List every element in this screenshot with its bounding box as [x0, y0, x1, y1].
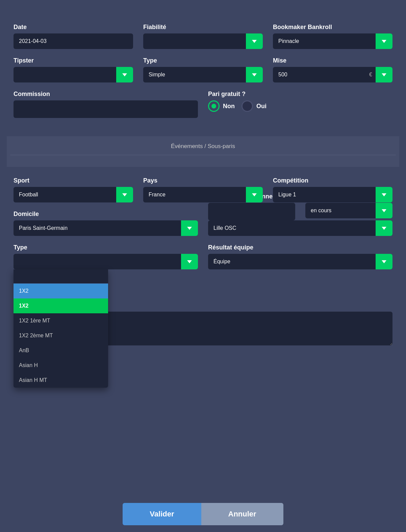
event-type-select-wrapper — [14, 254, 198, 269]
sport-dropdown-btn[interactable] — [116, 187, 133, 202]
events-section-header: Événements / Sous-paris — [7, 136, 399, 167]
tipster-dropdown-btn[interactable] — [116, 67, 133, 82]
dropdown-item-asian-h-mt[interactable]: Asian H MT — [14, 373, 108, 388]
mise-label: Mise — [273, 57, 392, 64]
type-dropdown-btn[interactable] — [246, 67, 263, 82]
resultat-label: Résultat équipe — [208, 244, 392, 251]
valider-button[interactable]: Valider — [123, 503, 201, 525]
radio-oui-circle[interactable] — [242, 100, 253, 112]
tipster-input[interactable] — [14, 67, 133, 82]
commission-label: Commission — [14, 91, 198, 98]
dropdown-item-1x2-1ere-mt[interactable]: 1X2 1ère MT — [14, 313, 108, 328]
event-type-dropdown-btn[interactable] — [181, 254, 198, 269]
radio-non-option[interactable]: Non — [208, 100, 235, 112]
pays-dropdown-btn[interactable] — [246, 187, 263, 202]
dropdown-search-input[interactable] — [14, 269, 108, 284]
type-select-wrapper — [143, 67, 263, 82]
chevron-down-icon — [382, 40, 386, 43]
radio-group: Non Oui — [208, 100, 392, 112]
bookmaker-field-group: Bookmaker Bankroll — [273, 24, 392, 49]
chevron-down-icon — [122, 73, 127, 76]
mise-field-group: Mise € — [273, 57, 392, 82]
resultat-select-wrapper — [208, 254, 392, 269]
chevron-down-icon — [382, 260, 386, 263]
competition-select-wrapper — [273, 187, 392, 202]
pays-input[interactable] — [143, 187, 263, 202]
bottom-buttons-bar: Valider Annuler — [0, 496, 406, 532]
dropdown-item-1x2-2eme-mt[interactable]: 1X2 2ème MT — [14, 328, 108, 343]
pays-field-group: Pays — [143, 177, 263, 202]
resultat-field-group: Résultat équipe — [208, 244, 392, 269]
domicile-label: Domicile — [14, 211, 198, 218]
chevron-down-icon — [382, 73, 386, 76]
resultat-dropdown-btn[interactable] — [376, 254, 392, 269]
pari-gratuit-field-group: Pari gratuit ? Non Oui — [208, 91, 392, 118]
chevron-down-icon — [187, 260, 192, 263]
domicile-input[interactable] — [14, 220, 198, 236]
fiabilite-dropdown-btn[interactable] — [246, 33, 263, 49]
fiabilite-label: Fiabilité — [143, 24, 263, 31]
bookmaker-label: Bookmaker Bankroll — [273, 24, 392, 31]
radio-non-circle[interactable] — [208, 100, 220, 112]
competition-dropdown-btn[interactable] — [376, 187, 392, 202]
divider-line — [10, 155, 396, 155]
type-field-group: Type — [143, 57, 263, 82]
pari-gratuit-label: Pari gratuit ? — [208, 91, 392, 98]
commission-input[interactable] — [14, 100, 198, 118]
chevron-down-icon — [252, 73, 257, 76]
closing-input[interactable] — [208, 203, 295, 220]
annuler-button[interactable]: Annuler — [201, 503, 283, 525]
competition-field-group: Compétition — [273, 177, 392, 202]
etat-dropdown-btn[interactable] — [376, 203, 392, 218]
type-label: Type — [143, 57, 263, 64]
fiabilite-select-wrapper — [143, 33, 263, 49]
mise-dropdown-btn[interactable] — [376, 67, 392, 82]
sport-input[interactable] — [14, 187, 133, 202]
exterieur-select-wrapper — [208, 220, 392, 236]
dropdown-item-1x2-highlighted[interactable]: 1X2 — [14, 284, 108, 298]
event-type-label: Type — [14, 244, 198, 251]
mise-currency: € — [366, 72, 376, 78]
sport-field-group: Sport — [14, 177, 133, 202]
bookmaker-dropdown-btn[interactable] — [376, 33, 392, 49]
chevron-down-icon — [382, 193, 386, 196]
fiabilite-field-group: Fiabilité — [143, 24, 263, 49]
domicile-dropdown-btn[interactable] — [181, 220, 198, 236]
dropdown-item-1x2-selected[interactable]: 1X2 — [14, 298, 108, 313]
pays-select-wrapper — [143, 187, 263, 202]
mise-input[interactable] — [273, 67, 366, 82]
dropdown-item-anb[interactable]: AnB — [14, 343, 108, 358]
chevron-down-icon — [122, 193, 127, 196]
radio-non-label: Non — [223, 103, 235, 110]
tipster-label: Tipster — [14, 57, 133, 64]
type-input[interactable] — [143, 67, 263, 82]
fiabilite-input[interactable] — [143, 33, 263, 49]
radio-oui-option[interactable]: Oui — [242, 100, 267, 112]
event-type-dropdown-container: 1X2 1X2 1X2 1ère MT 1X2 2ème MT AnB Asia… — [14, 254, 198, 269]
events-section: Sport Pays Compétition — [10, 167, 396, 347]
date-field-group: Date — [14, 24, 133, 49]
events-section-title: Événements / Sous-paris — [10, 143, 396, 150]
resultat-input[interactable] — [208, 254, 392, 269]
exterieur-input[interactable] — [208, 220, 392, 236]
competition-label: Compétition — [273, 177, 392, 184]
sport-select-wrapper — [14, 187, 133, 202]
radio-oui-label: Oui — [256, 103, 267, 110]
domicile-field-group: Domicile — [14, 211, 198, 236]
exterieur-dropdown-btn[interactable] — [376, 220, 392, 236]
domicile-select-wrapper — [14, 220, 198, 236]
dropdown-item-asian-h[interactable]: Asian H — [14, 358, 108, 373]
chevron-down-icon — [187, 227, 192, 230]
event-type-input[interactable] — [14, 254, 198, 269]
chevron-down-icon — [252, 193, 257, 196]
chevron-down-icon — [382, 227, 386, 230]
mise-wrapper: € — [273, 67, 392, 82]
date-label: Date — [14, 24, 133, 31]
bookmaker-input[interactable] — [273, 33, 392, 49]
chevron-down-icon — [382, 209, 386, 212]
date-input[interactable] — [14, 33, 133, 49]
etat-select-wrapper — [305, 203, 392, 218]
commission-field-group: Commission — [14, 91, 198, 118]
competition-input[interactable] — [273, 187, 392, 202]
chevron-down-icon — [252, 40, 257, 43]
